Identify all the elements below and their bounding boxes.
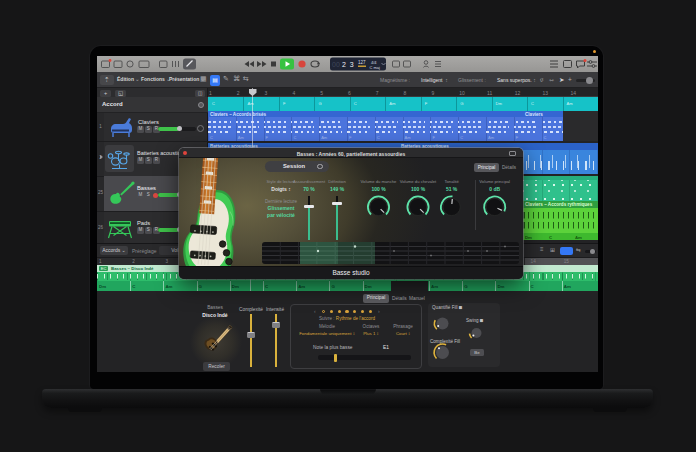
- svg-text:4/4: 4/4: [371, 60, 377, 65]
- svg-text:C maj: C maj: [370, 65, 381, 70]
- svg-text:127: 127: [358, 60, 366, 65]
- svg-text:2 3: 2 3: [342, 61, 355, 68]
- svg-text:00: 00: [332, 61, 340, 68]
